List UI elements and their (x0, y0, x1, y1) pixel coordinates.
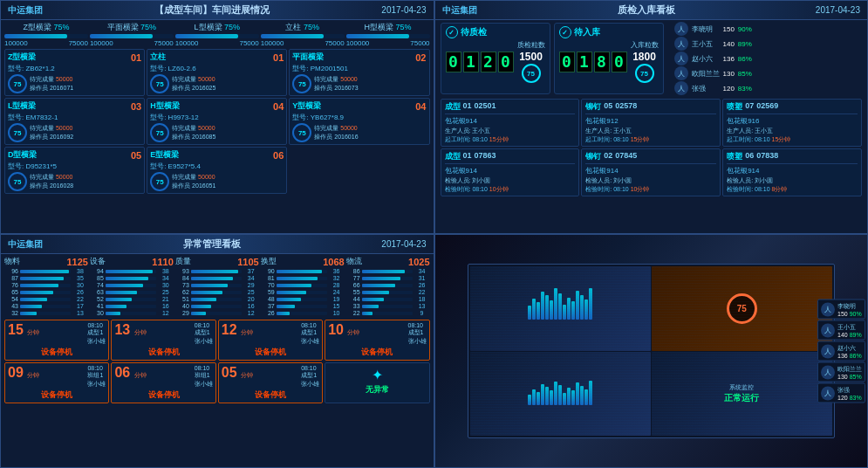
bar-label: 74 (90, 282, 104, 288)
alert-meta2: 成型1 (301, 328, 319, 337)
person-row: 人 赵小六 136 86% (674, 52, 752, 65)
anomaly-bar-row: 41 16 (90, 303, 174, 309)
mc-gauge: 75 (150, 172, 169, 191)
anomaly-cat-count: 1105 (237, 257, 258, 267)
qc-card-time: 检验时间: 08:10 8分钟 (727, 185, 858, 194)
bar-val: 30 (72, 282, 88, 288)
anomaly-bar-row: 59 24 (261, 289, 345, 295)
alert-meta3: 张小雄 (87, 337, 106, 346)
mini-bar (563, 393, 566, 404)
mc-operator: 操作员 2016016 (314, 133, 426, 141)
side-rate: 90% (850, 311, 862, 317)
bar-label: 32 (4, 310, 18, 316)
bar-fill (20, 298, 47, 301)
bar-fill (106, 305, 126, 308)
mc-model: 型号: EM7832-1 (8, 113, 141, 122)
progress-numbers: 100000 75000 (346, 39, 430, 47)
alert-time-big: 10 (328, 322, 344, 337)
anomaly-cat-title: 物料 (4, 256, 20, 267)
side-name: 张强 (837, 386, 862, 395)
side-count: 120 (837, 395, 848, 401)
bar-label: 70 (261, 282, 275, 288)
bar-label: 94 (90, 268, 104, 274)
qc-digit: 2 (481, 52, 496, 72)
screen-bottomright: 系统监控 正常运行 (652, 352, 832, 436)
mc-type: E型横梁 (150, 149, 179, 161)
person-name: 王小五 (692, 39, 713, 49)
bar-track (20, 291, 71, 294)
alert-meta2: 班组1 (87, 371, 106, 380)
bar-fill (362, 291, 390, 294)
mc-num: 02 (415, 52, 426, 63)
qc-count-label: 入库粒数 (631, 40, 659, 50)
bar-track (362, 291, 413, 294)
bar-val: 13 (414, 303, 430, 309)
mc-model: 型号: D95231*5 (8, 162, 141, 171)
mini-bar (537, 392, 540, 405)
bar-fill (277, 312, 290, 315)
bar-val: 34 (414, 268, 430, 274)
alert-status: 设备停机 (222, 389, 319, 401)
progress-val1: 100000 (90, 39, 113, 47)
anomaly-bar-row: 52 21 (90, 296, 174, 302)
anomaly-bar-row: 93 37 (175, 268, 259, 274)
bar-track (362, 277, 413, 280)
alert-card-inner: 09 分钟 08:10 班组1 张小雄 (8, 365, 106, 389)
mc-stats: 75 待完成量 50000 操作员 2016028 (8, 172, 141, 191)
alert-time-big: 12 (222, 322, 237, 337)
bar-fill (362, 312, 373, 315)
mc-header: H型横梁 04 (150, 100, 284, 112)
qc-section-warehouse: ✓ 待入库 0180 入库粒数 1800 75 (554, 23, 664, 94)
anomaly-bar-row: 66 26 (346, 282, 430, 288)
mc-operator: 操作员 2016085 (172, 133, 284, 141)
mc-operator: 操作员 2016051 (172, 182, 284, 190)
qc-card-num: 05 (604, 101, 612, 113)
mini-bar (576, 291, 579, 320)
mc-header: L型横梁 03 (8, 100, 141, 112)
side-text: 欧阳兰兰 130 85% (837, 365, 862, 380)
bar-track (362, 312, 413, 315)
bar-label: 22 (346, 310, 360, 316)
anomaly-bar-row: 94 38 (90, 268, 174, 274)
anomaly-bars: 86 34 77 31 66 26 55 22 (346, 268, 430, 316)
mc-stats: 75 待完成量 50000 操作员 2016051 (150, 172, 284, 191)
alert-time-label: 分钟 (27, 372, 39, 378)
mc-num: 01 (273, 52, 284, 63)
alert-meta2: 班组1 (195, 371, 213, 380)
side-rate: 86% (850, 353, 862, 359)
side-info-block: 人 王小五 140 89% (817, 320, 865, 341)
alert-meta1: 08:10 (87, 365, 106, 371)
qc-card-code: 02501 (475, 101, 496, 113)
bar-fill (277, 291, 306, 294)
mini-bar (545, 387, 549, 405)
mc-operator: 操作员 2016092 (30, 133, 141, 141)
mc-type: 立柱 (150, 52, 166, 63)
person-avatar: 人 (674, 22, 688, 36)
anomaly-bar-row: 87 35 (4, 275, 88, 281)
qc-card-header: 喷塑 07 02569 (727, 101, 858, 114)
qc-card-num: 06 (745, 151, 754, 162)
bar-label: 85 (90, 275, 104, 281)
qc-card-product: 包花银914 (445, 166, 576, 176)
qc-card: 喷塑 06 07838 包花银914 检验人员: 刘小圆 检验时间: 08:10… (722, 148, 862, 196)
panel-photo: 75 系统监控 正常运行 人 李晓明 150 90% 人 王小五 140 89%… (434, 234, 869, 468)
progress-item-name: Z型横梁 75% (4, 22, 88, 33)
side-info-block: 人 赵小六 136 86% (817, 341, 865, 361)
side-avatar: 人 (821, 302, 835, 316)
side-text: 李晓明 150 90% (837, 302, 862, 317)
alert-meta3: 张小雄 (408, 337, 427, 346)
mini-bar (567, 388, 571, 404)
anomaly-cat-title: 物流 (346, 256, 362, 267)
bar-val: 37 (243, 268, 259, 274)
side-count: 140 (837, 332, 848, 338)
bar-track (106, 305, 156, 308)
progress-val2: 75000 (154, 39, 174, 47)
bar-track (191, 291, 242, 294)
qc-card-time: 起工时间: 08:10 15分钟 (727, 135, 858, 144)
alert-meta: 08:10 成型1 张小雄 (301, 322, 319, 346)
mc-gauge: 75 (8, 123, 27, 142)
progress-val1: 100000 (4, 39, 28, 47)
anomaly-cat-count: 1025 (408, 257, 429, 267)
mc-type: L型横梁 (8, 100, 37, 112)
mc-target: 待完成量 50000 (30, 173, 141, 182)
